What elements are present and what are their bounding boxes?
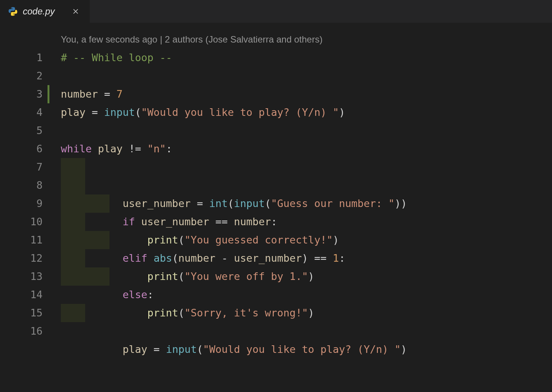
line-number: 1 [0,49,43,67]
code-area[interactable]: You, a few seconds ago | 2 authors (Jose… [53,30,552,340]
code-line [53,322,552,340]
code-line [53,67,552,85]
tab-file-name: code.py [23,6,55,17]
line-number: 5 [0,122,43,140]
line-number: 15 [0,304,43,322]
tab-code-py[interactable]: code.py [0,0,90,23]
line-number: 11 [0,231,43,249]
git-change-indicator [48,85,49,103]
close-icon[interactable] [70,6,81,17]
code-line: if user_number == number: [53,176,552,194]
python-file-icon [8,6,18,17]
line-number: 14 [0,286,43,304]
line-number-gutter: 1 2 3 4 5 6 7 8 9 10 11 12 13 14 15 16 [0,30,53,340]
code-line [53,122,552,140]
line-number: 13 [0,267,43,286]
line-number: 10 [0,213,43,231]
code-line: number = 7 [53,85,552,103]
line-number: 16 [0,322,43,340]
code-line: while play != "n": [53,140,552,158]
code-line: user_number = int(input("Guess our numbe… [53,158,552,176]
line-number: 12 [0,249,43,267]
line-number: 2 [0,67,43,85]
line-number: 6 [0,140,43,158]
code-line: play = input("Would you like to play? (Y… [53,103,552,122]
line-number: 4 [0,103,43,122]
code-line: # -- While loop -- [53,49,552,67]
line-number: 9 [0,194,43,213]
editor[interactable]: 1 2 3 4 5 6 7 8 9 10 11 12 13 14 15 16 Y… [0,23,552,340]
tab-bar: code.py [0,0,552,23]
line-number: 8 [0,176,43,194]
git-blame-codelens[interactable]: You, a few seconds ago | 2 authors (Jose… [53,30,552,49]
line-number: 3 [0,85,43,103]
line-number: 7 [0,158,43,176]
